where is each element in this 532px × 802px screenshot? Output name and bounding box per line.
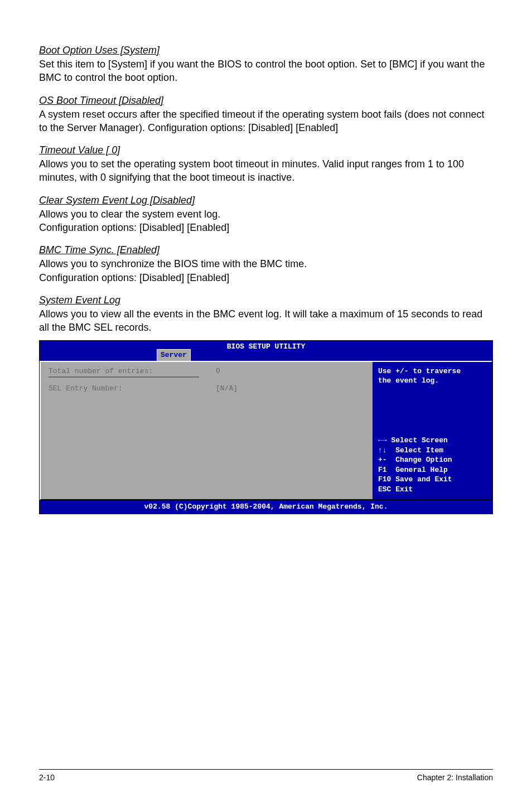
section-heading-timeout-value: Timeout Value [ 0] [39,144,493,156]
nav-select-screen: Select Screen [391,436,447,445]
section-heading-bmc-time-sync: BMC Time Sync. [Enabled] [39,244,493,256]
section-body-clear-sel: Allows you to clear the system event log… [39,207,493,235]
bios-label-total-entries: Total number of entries: [49,366,216,376]
bios-right-panel: Use +/- to traverse the event log. ←→ Se… [373,361,492,500]
page-number: 2-10 [39,773,55,782]
section-heading-boot-option: Boot Option Uses [System] [39,45,493,56]
bios-footer: v02.58 (C)Copyright 1985-2004, American … [40,500,492,514]
bios-label-sel-entry: SEL Entry Number: [49,384,216,394]
arrow-up-down-icon: ↑↓ [378,446,387,455]
chapter-title: Chapter 2: Installation [417,773,493,782]
arrow-left-right-icon: ←→ [378,436,387,445]
nav-general-help: F1 General Help [378,466,448,474]
bios-titlebar: BIOS SETUP UTILITY Server [40,341,492,361]
bios-help-text: Use +/- to traverse the event log. [378,366,486,386]
bios-setup-screen: BIOS SETUP UTILITY Server Total number o… [39,340,493,515]
section-heading-os-boot-timeout: OS Boot Timeout [Disabled] [39,95,493,107]
section-body-timeout-value: Allows you to set the operating system b… [39,157,493,185]
bios-nav-help: ←→ Select Screen ↑↓ Select Item +- Chang… [378,436,486,494]
nav-save-exit: F10 Save and Exit [378,475,452,484]
section-heading-clear-sel: Clear System Event Log [Disabled] [39,195,493,206]
section-body-bmc-time-sync: Allows you to synchronize the BIOS time … [39,257,493,284]
section-body-os-boot-timeout: A system reset occurs after the specifie… [39,108,493,135]
section-body-boot-option: Set this item to [System] if you want th… [39,57,493,85]
bios-tab-server[interactable]: Server [157,349,191,361]
section-heading-system-event-log: System Event Log [39,294,493,306]
bios-row-total-entries: Total number of entries: 0 [49,366,365,376]
bios-value-sel-entry: [N/A] [216,384,238,394]
bios-value-total-entries: 0 [216,366,220,376]
nav-change-option: +- Change Option [378,456,452,464]
bios-divider [49,376,199,378]
section-body-system-event-log: Allows you to view all the events in the… [39,307,493,335]
page-footer: 2-10 Chapter 2: Installation [39,769,493,782]
nav-select-item: Select Item [395,446,443,455]
bios-row-sel-entry: SEL Entry Number: [N/A] [49,384,365,394]
nav-esc-exit: ESC Exit [378,485,413,494]
bios-left-panel: Total number of entries: 0 SEL Entry Num… [40,361,373,500]
bios-title: BIOS SETUP UTILITY [40,342,492,352]
